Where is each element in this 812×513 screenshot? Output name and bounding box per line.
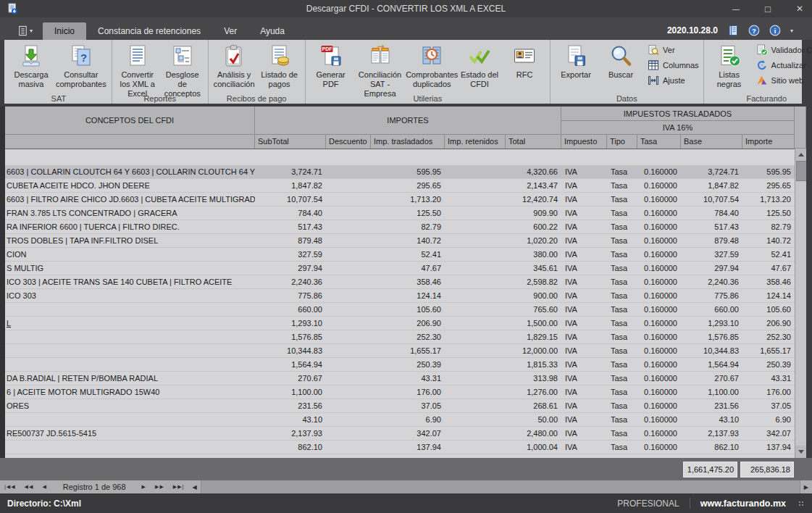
cell-imp-retenidos[interactable] [445, 165, 506, 178]
grid-row[interactable]: FRAN 3.785 LTS CONCENTRADO | GRACERA784.… [5, 207, 795, 220]
cell-importe[interactable]: 137.94 [742, 441, 795, 454]
cell-imp-trasladados[interactable]: 1,713.20 [371, 193, 445, 206]
cell-tipo[interactable]: Tasa [607, 413, 637, 426]
cell-concepto[interactable]: DA B.RADIAL | RETEN P/BOMBA RADIAL [5, 372, 255, 385]
cell-total[interactable]: 313.98 [506, 372, 561, 385]
column-header-descuento[interactable]: Descuento [326, 135, 371, 149]
grid-row[interactable]: 862.10137.941,000.04IVATasa0.160000862.1… [5, 441, 795, 454]
grid-row[interactable]: L1,293.10206.901,500.00IVATasa0.1600001,… [5, 317, 795, 330]
nav-prev-page-icon[interactable]: ◀◀ [20, 484, 38, 490]
button-buscar[interactable]: Buscar [598, 41, 643, 81]
column-header-tipo[interactable]: Tipo [607, 135, 637, 149]
cell-imp-retenidos[interactable] [445, 441, 506, 454]
cell-concepto[interactable] [5, 413, 255, 426]
button-consultar-comprobantes[interactable]: ?Consultar comprobantes [54, 41, 109, 91]
cell-tasa[interactable]: 0.160000 [637, 234, 681, 247]
cell-imp-retenidos[interactable] [445, 427, 506, 440]
cell-importe[interactable]: 82.79 [742, 220, 795, 233]
cell-subtotal[interactable]: 775.86 [255, 289, 326, 302]
cell-descuento[interactable] [326, 330, 371, 343]
button-rfc[interactable]: RFC [502, 41, 547, 81]
cell-tipo[interactable]: Tasa [607, 220, 637, 233]
cell-base[interactable]: 327.59 [681, 248, 742, 261]
website-link[interactable]: www.facturando.mx [700, 499, 786, 509]
cell-subtotal[interactable]: 10,344.83 [255, 344, 326, 357]
button-estado-del-cfdi[interactable]: Estado del CFDI [457, 41, 502, 91]
cell-base[interactable]: 517.43 [681, 220, 742, 233]
cell-tasa[interactable]: 0.160000 [637, 344, 681, 357]
cell-subtotal[interactable]: 43.10 [255, 413, 326, 426]
cell-imp-trasladados[interactable]: 295.65 [371, 179, 445, 192]
cell-base[interactable]: 1,847.82 [681, 179, 742, 192]
grid-row[interactable]: CION327.5952.41380.00IVATasa0.160000327.… [5, 248, 795, 262]
cell-base[interactable]: 660.00 [681, 303, 742, 316]
cell-descuento[interactable] [326, 262, 371, 275]
cell-imp-trasladados[interactable]: 1,655.17 [371, 344, 445, 357]
vertical-scrollbar[interactable] [795, 149, 806, 458]
cell-tipo[interactable]: Tasa [607, 427, 637, 440]
cell-total[interactable]: 1,829.15 [506, 330, 561, 343]
cell-base[interactable]: 297.94 [681, 262, 742, 275]
cell-base[interactable]: 1,564.94 [681, 358, 742, 371]
cell-descuento[interactable] [326, 275, 371, 288]
column-header-imp-retenidos[interactable]: Imp. retenidos [445, 135, 506, 149]
cell-imp-trasladados[interactable]: 176.00 [371, 385, 445, 399]
cell-tasa[interactable]: 0.160000 [637, 207, 681, 220]
cell-imp-trasladados[interactable]: 342.07 [371, 427, 445, 440]
cell-total[interactable]: 1,815.33 [506, 358, 561, 371]
button-sitio-web[interactable]: Sitio web [756, 75, 812, 86]
cell-imp-retenidos[interactable] [445, 220, 506, 233]
cell-total[interactable]: 345.61 [506, 262, 561, 275]
cell-imp-retenidos[interactable] [445, 358, 506, 371]
cell-tipo[interactable]: Tasa [607, 330, 637, 343]
cell-importe[interactable]: 1,713.20 [742, 193, 795, 206]
button-listado-de-pagos[interactable]: Listado de pagos [257, 41, 302, 91]
cell-tipo[interactable]: Tasa [607, 234, 637, 247]
button-validador-cfdi[interactable]: Validador CFDI [756, 44, 812, 56]
cell-concepto[interactable]: 6 | ACEITE MOTOR MULTIGRADO 15W40 [5, 385, 255, 399]
minimize-button[interactable] [731, 4, 741, 14]
grid-row[interactable]: 43.106.9050.00IVATasa0.16000043.106.90 [5, 413, 795, 427]
cell-tipo[interactable]: Tasa [607, 289, 637, 302]
nav-next-icon[interactable]: ▶ [138, 484, 151, 490]
cell-impuesto[interactable]: IVA [561, 441, 607, 454]
button-columnas[interactable]: Columnas [648, 59, 699, 71]
help-icon[interactable]: ? [748, 25, 760, 36]
cell-concepto[interactable]: CUBETA ACEITE HDCO. JHON DEERE [5, 179, 255, 192]
cell-subtotal[interactable]: 784.40 [255, 207, 326, 220]
button-desglose-de-conceptos[interactable]: Desglose de conceptos [160, 41, 205, 100]
hscroll-right-arrow-icon[interactable]: ▶ [800, 484, 812, 491]
cell-subtotal[interactable]: 660.00 [255, 303, 326, 316]
cell-concepto[interactable]: ICO 303 | ACEITE TRANS SAE 140 CUBETA | … [5, 275, 255, 288]
cell-total[interactable]: 268.61 [506, 399, 561, 412]
cell-concepto[interactable] [5, 330, 255, 343]
cell-imp-retenidos[interactable] [445, 344, 506, 357]
cell-imp-trasladados[interactable]: 595.95 [371, 165, 445, 178]
cell-total[interactable]: 909.90 [506, 207, 561, 220]
column-header-total[interactable]: Total [506, 135, 561, 149]
cell-concepto[interactable] [5, 344, 255, 357]
cell-tasa[interactable]: 0.160000 [637, 427, 681, 440]
cell-imp-retenidos[interactable] [445, 330, 506, 343]
cell-base[interactable]: 1,293.10 [681, 317, 742, 330]
cell-subtotal[interactable]: 1,100.00 [255, 385, 326, 399]
grid-row[interactable]: 6603 | COLLARIN CLOUTCH 64 Y 6603 | COLL… [5, 165, 795, 179]
button-generar-pdf[interactable]: PDFGenerar PDF [309, 41, 353, 91]
cell-tipo[interactable]: Tasa [607, 344, 637, 357]
nav-next-page-icon[interactable]: ▶▶ [151, 484, 169, 490]
chevron-down-icon[interactable]: ▾ [790, 28, 793, 34]
cell-imp-retenidos[interactable] [445, 275, 506, 288]
cell-imp-retenidos[interactable] [445, 399, 506, 412]
column-header-subtotal[interactable]: SubTotal [255, 135, 326, 149]
cell-imp-retenidos[interactable] [445, 248, 506, 261]
cell-importe[interactable]: 105.60 [742, 303, 795, 316]
cell-importe[interactable]: 140.72 [742, 234, 795, 247]
cell-importe[interactable]: 124.14 [742, 289, 795, 302]
cell-importe[interactable]: 37.05 [742, 399, 795, 412]
cell-base[interactable]: 775.86 [681, 289, 742, 302]
cell-concepto[interactable]: FRAN 3.785 LTS CONCENTRADO | GRACERA [5, 207, 255, 220]
cell-descuento[interactable] [326, 248, 371, 261]
cell-tipo[interactable]: Tasa [607, 317, 637, 330]
button-conciliacion-sat-empresa[interactable]: Conciliación SAT - Empresa [353, 41, 407, 100]
cell-subtotal[interactable]: 3,724.71 [255, 165, 326, 178]
